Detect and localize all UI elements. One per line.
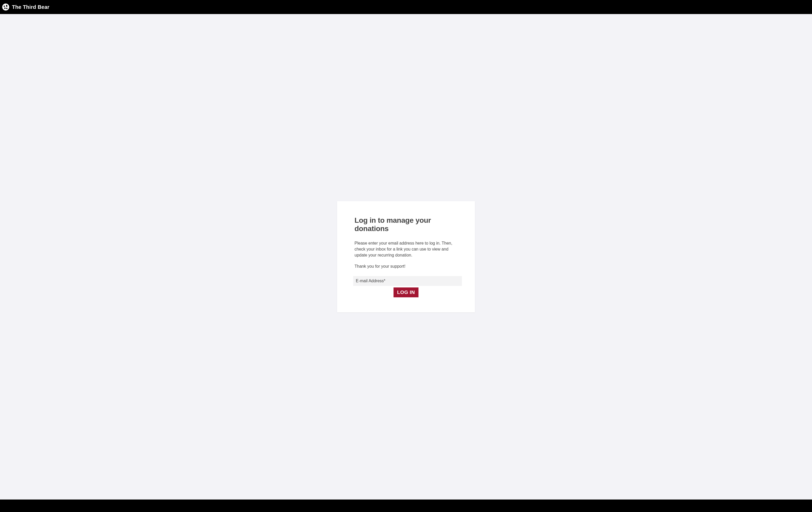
logo-container[interactable]: The Third Bear bbox=[2, 3, 50, 11]
login-card: Log in to manage your donations Please e… bbox=[337, 201, 475, 313]
main-content: Log in to manage your donations Please e… bbox=[0, 14, 812, 500]
svg-point-0 bbox=[2, 4, 9, 11]
page-footer bbox=[0, 500, 812, 512]
site-name: The Third Bear bbox=[12, 4, 50, 10]
card-title: Log in to manage your donations bbox=[354, 216, 458, 233]
email-field[interactable] bbox=[353, 276, 462, 286]
login-button[interactable]: LOG IN bbox=[394, 288, 418, 297]
button-container: LOG IN bbox=[354, 288, 458, 297]
page-header: The Third Bear bbox=[0, 0, 812, 14]
card-thanks: Thank you for your support! bbox=[354, 263, 458, 269]
globe-icon bbox=[2, 3, 9, 11]
card-description: Please enter your email address here to … bbox=[354, 240, 458, 258]
